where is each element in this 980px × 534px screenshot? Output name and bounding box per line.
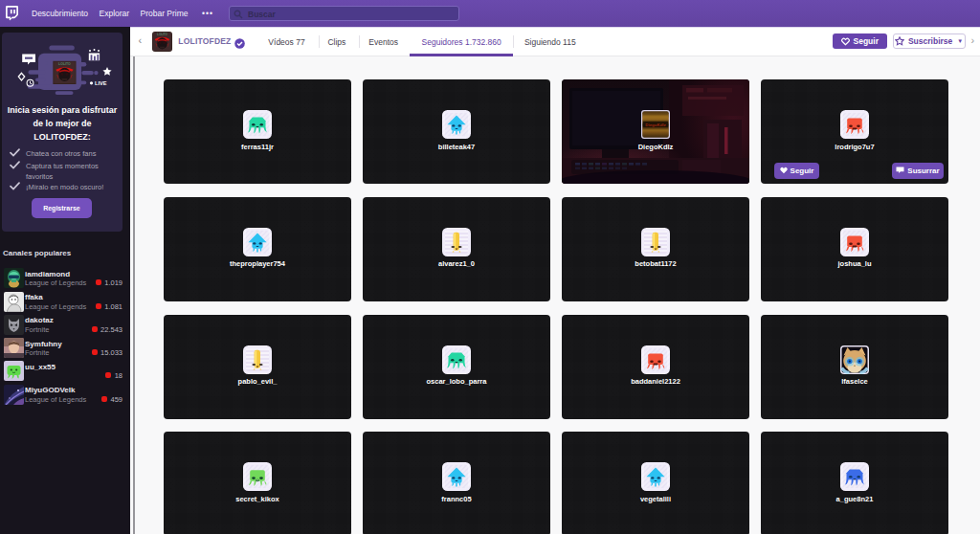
svg-text:LOLITO: LOLITO: [157, 33, 168, 36]
svg-text:DiegoKdlz: DiegoKdlz: [645, 122, 666, 127]
svg-text:LOLITO: LOLITO: [58, 62, 71, 66]
svg-text:LIVE: LIVE: [95, 80, 107, 86]
